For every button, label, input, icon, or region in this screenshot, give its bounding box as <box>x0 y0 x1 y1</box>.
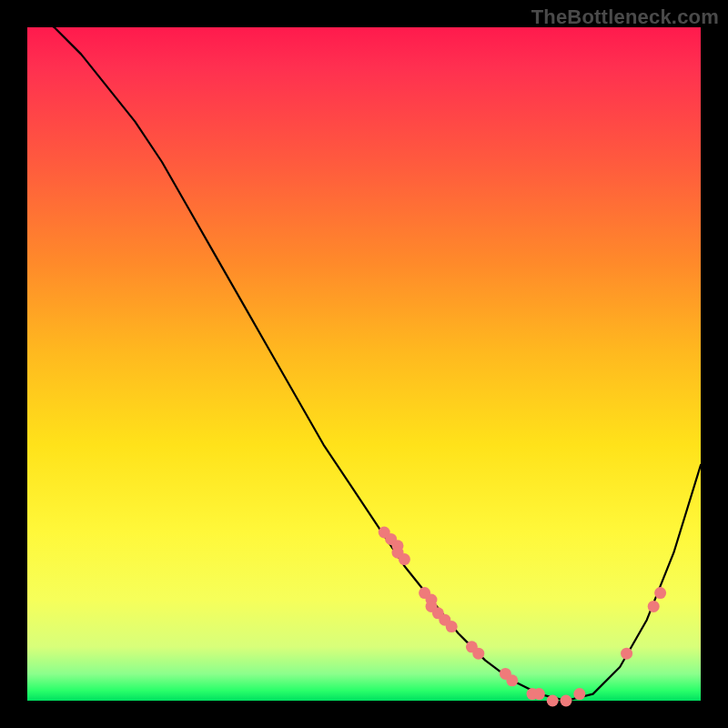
data-point <box>506 674 518 686</box>
chart-plot-area <box>27 27 701 701</box>
data-point <box>472 648 484 660</box>
data-point <box>547 695 559 707</box>
data-point <box>654 587 666 599</box>
attribution-watermark: TheBottleneck.com <box>531 5 719 29</box>
data-point <box>399 553 410 565</box>
bottleneck-curve <box>27 7 701 701</box>
data-point <box>561 695 572 707</box>
data-point <box>446 621 458 632</box>
data-point <box>573 688 585 700</box>
data-point <box>648 601 660 612</box>
chart-svg <box>27 27 701 701</box>
data-point <box>533 688 545 700</box>
highlighted-points-group <box>379 527 666 707</box>
data-point <box>621 648 632 660</box>
